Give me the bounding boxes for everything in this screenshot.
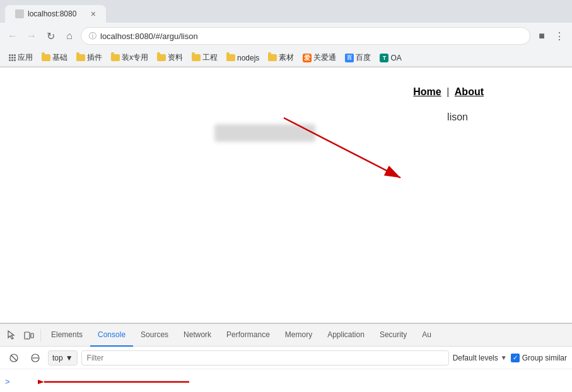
active-tab[interactable]: localhost:8080 × bbox=[5, 5, 106, 23]
svg-line-6 bbox=[11, 355, 16, 360]
page-content: Home | About lison bbox=[0, 67, 572, 323]
back-button[interactable]: ← bbox=[5, 28, 20, 43]
lison-text: lison bbox=[447, 112, 468, 123]
home-button[interactable]: ⌂ bbox=[62, 28, 77, 43]
context-dropdown-arrow: ▼ bbox=[66, 354, 73, 362]
console-filter-input[interactable] bbox=[81, 350, 449, 366]
devtools-tab-au[interactable]: Au bbox=[414, 324, 439, 347]
tab-bar: localhost:8080 × bbox=[0, 0, 572, 23]
bookmark-gongcheng[interactable]: 工程 bbox=[188, 51, 221, 64]
bookmark-chajian-label: 插件 bbox=[87, 52, 102, 63]
bookmark-oa-label: OA bbox=[390, 54, 401, 62]
bookmark-jichu-label: 基础 bbox=[52, 52, 67, 63]
baidu-icon: 百 bbox=[345, 54, 354, 62]
inspect-element-button[interactable] bbox=[3, 326, 20, 344]
forward-button[interactable]: → bbox=[24, 28, 39, 43]
bookmark-zhuangx-label: 装x专用 bbox=[122, 52, 148, 63]
bookmark-sucai-label: 素材 bbox=[279, 52, 294, 63]
folder-icon bbox=[226, 54, 235, 61]
tab-close-button[interactable]: × bbox=[91, 9, 96, 19]
group-similar-control: Group similar bbox=[511, 354, 567, 362]
bookmark-ziliao[interactable]: 资料 bbox=[153, 51, 187, 64]
context-value: top bbox=[52, 354, 63, 362]
folder-icon bbox=[157, 54, 166, 61]
devtools-tab-security[interactable]: Security bbox=[372, 324, 414, 347]
bookmark-nodejs-label: nodejs bbox=[237, 54, 259, 62]
devtools-tab-performance[interactable]: Performance bbox=[219, 324, 277, 347]
bookmarks-bar: 应用 基础 插件 装x专用 资料 工程 nodejs 素材 bbox=[0, 49, 572, 67]
bookmark-zhuangx[interactable]: 装x专用 bbox=[107, 51, 152, 64]
device-mode-button[interactable] bbox=[20, 326, 38, 344]
bookmark-guaitong[interactable]: 爱 关爱通 bbox=[299, 51, 340, 64]
no-entry-icon bbox=[30, 353, 40, 363]
menu-button[interactable]: ⋮ bbox=[552, 28, 567, 43]
folder-icon bbox=[268, 54, 277, 61]
bookmark-baidu[interactable]: 百 百度 bbox=[341, 51, 375, 64]
bookmark-baidu-label: 百度 bbox=[356, 52, 371, 63]
svg-point-4 bbox=[26, 338, 27, 338]
levels-dropdown-arrow[interactable]: ▼ bbox=[501, 354, 507, 361]
bookmark-sucai[interactable]: 素材 bbox=[264, 51, 298, 64]
context-selector[interactable]: top ▼ bbox=[48, 350, 78, 366]
about-link[interactable]: About bbox=[455, 86, 484, 97]
nav-actions: ■ ⋮ bbox=[534, 28, 567, 43]
tab-favicon bbox=[15, 9, 24, 18]
bookmark-ziliao-label: 资料 bbox=[168, 52, 183, 63]
apps-icon bbox=[9, 54, 16, 61]
oa-icon: T bbox=[380, 54, 388, 62]
url-text: localhost:8080/#/argu/lison bbox=[100, 32, 198, 41]
folder-icon bbox=[76, 54, 85, 61]
bookmark-oa[interactable]: T OA bbox=[376, 52, 405, 64]
devtools-tab-console[interactable]: Console bbox=[90, 324, 133, 347]
bookmark-nodejs[interactable]: nodejs bbox=[223, 52, 263, 64]
tab-separator bbox=[40, 329, 41, 342]
page-navigation: Home | About bbox=[413, 86, 484, 98]
svg-rect-3 bbox=[31, 333, 33, 338]
extensions-button[interactable]: ■ bbox=[534, 28, 549, 43]
devtools-tab-elements[interactable]: Elements bbox=[44, 324, 90, 347]
blurred-content bbox=[214, 124, 315, 142]
device-icon bbox=[24, 330, 34, 340]
address-bar[interactable]: ⓘ localhost:8080/#/argu/lison bbox=[81, 27, 530, 45]
home-link[interactable]: Home bbox=[413, 86, 441, 97]
bookmark-gongcheng-label: 工程 bbox=[202, 52, 218, 63]
clear-console-button[interactable] bbox=[5, 349, 23, 367]
devtools-tab-application[interactable]: Application bbox=[320, 324, 372, 347]
nav-separator: | bbox=[447, 86, 449, 97]
block-button[interactable] bbox=[26, 349, 44, 367]
navigation-bar: ← → ↻ ⌂ ⓘ localhost:8080/#/argu/lison ■ … bbox=[0, 23, 572, 49]
devtools-tab-memory[interactable]: Memory bbox=[277, 324, 320, 347]
default-levels-control: Default levels ▼ bbox=[453, 354, 507, 362]
clear-icon bbox=[9, 353, 19, 363]
devtools-console-toolbar: top ▼ Default levels ▼ Group similar bbox=[0, 347, 572, 369]
folder-icon bbox=[111, 54, 120, 61]
group-similar-checkbox[interactable] bbox=[511, 354, 520, 362]
cursor-icon bbox=[6, 330, 16, 340]
devtools-tab-network[interactable]: Network bbox=[176, 324, 219, 347]
guaitong-icon: 爱 bbox=[303, 54, 312, 62]
default-levels-label: Default levels bbox=[453, 354, 498, 362]
bookmark-chajian[interactable]: 插件 bbox=[73, 51, 106, 64]
devtools-tab-sources[interactable]: Sources bbox=[133, 324, 176, 347]
bookmark-apps[interactable]: 应用 bbox=[5, 51, 37, 64]
devtools-panel: Elements Console Sources Network Perform… bbox=[0, 323, 572, 392]
bookmark-guaitong-label: 关爱通 bbox=[313, 52, 336, 63]
refresh-button[interactable]: ↻ bbox=[43, 28, 58, 43]
folder-icon bbox=[42, 54, 50, 61]
security-icon: ⓘ bbox=[89, 31, 96, 42]
annotation-arrow bbox=[0, 67, 572, 323]
group-similar-label: Group similar bbox=[522, 354, 567, 362]
bookmark-apps-label: 应用 bbox=[18, 52, 33, 63]
bookmark-jichu[interactable]: 基础 bbox=[38, 51, 71, 64]
console-prompt: > bbox=[5, 377, 10, 386]
devtools-console-area: > bbox=[0, 369, 572, 392]
folder-icon bbox=[192, 54, 201, 61]
console-annotation-arrow bbox=[38, 376, 189, 388]
devtools-tab-bar: Elements Console Sources Network Perform… bbox=[0, 324, 572, 347]
tab-title: localhost:8080 bbox=[28, 9, 76, 18]
